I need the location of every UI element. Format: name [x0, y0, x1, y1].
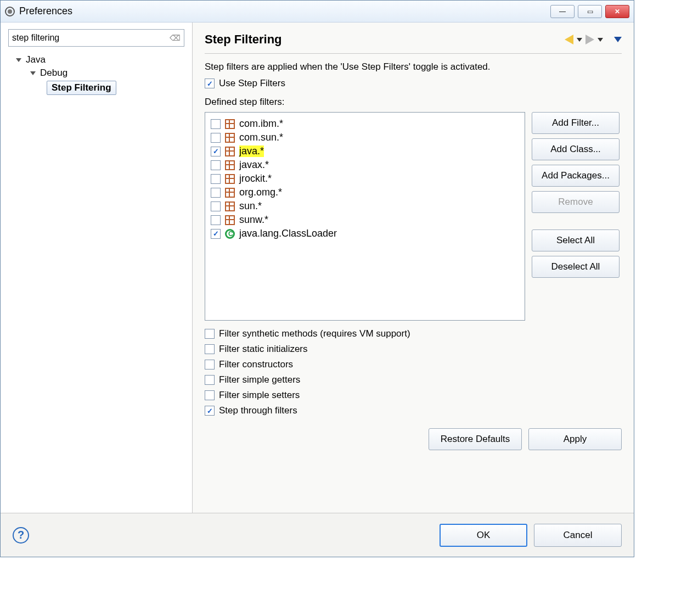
back-button[interactable] — [565, 35, 582, 44]
package-icon — [225, 160, 235, 170]
options-group: Filter synthetic methods (requires VM su… — [205, 328, 622, 416]
chevron-down-icon — [30, 71, 36, 75]
package-icon — [225, 174, 235, 184]
use-step-filters-row[interactable]: Use Step Filters — [205, 78, 622, 89]
arrow-left-icon — [565, 35, 573, 44]
option-row[interactable]: Filter simple setters — [205, 390, 622, 401]
sidebar: ⌫ Java Debug Step Filtering — [1, 23, 193, 513]
filter-label: java.* — [239, 145, 264, 157]
tree-node-debug[interactable]: Debug — [8, 66, 184, 80]
main-header: Step Filtering — [205, 32, 622, 54]
filter-checkbox[interactable] — [211, 229, 221, 239]
filter-label: org.omg.* — [239, 187, 282, 198]
option-checkbox[interactable] — [205, 406, 215, 416]
spacer — [532, 217, 620, 225]
search-box[interactable]: ⌫ — [8, 29, 184, 47]
filter-checkbox[interactable] — [211, 188, 221, 198]
filter-label: java.lang.ClassLoader — [239, 228, 337, 239]
main-panel: Step Filtering Step filters are applied … — [193, 23, 634, 513]
filter-row[interactable]: com.ibm.* — [209, 117, 521, 131]
package-icon — [225, 201, 235, 211]
filter-checkbox[interactable] — [211, 119, 221, 129]
filter-row[interactable]: java.* — [209, 144, 521, 158]
filter-checkbox[interactable] — [211, 147, 221, 156]
minimize-button[interactable]: — — [550, 5, 575, 18]
package-icon — [225, 133, 235, 143]
filter-buttons: Add Filter... Add Class... Add Packages.… — [532, 112, 620, 321]
option-row[interactable]: Filter synthetic methods (requires VM su… — [205, 328, 622, 339]
option-checkbox[interactable] — [205, 375, 215, 385]
tree-label: Debug — [40, 68, 67, 79]
filter-checkbox[interactable] — [211, 201, 221, 211]
filter-checkbox[interactable] — [211, 133, 221, 143]
package-icon — [225, 188, 235, 198]
package-icon — [225, 119, 235, 129]
dropdown-icon — [598, 38, 603, 42]
select-all-button[interactable]: Select All — [532, 229, 620, 251]
option-row[interactable]: Filter simple getters — [205, 374, 622, 385]
app-icon — [5, 7, 15, 16]
minimize-icon: — — [559, 8, 566, 15]
add-class-button[interactable]: Add Class... — [532, 138, 620, 160]
filter-row[interactable]: jrockit.* — [209, 172, 521, 186]
filter-row[interactable]: java.lang.ClassLoader — [209, 227, 521, 240]
option-checkbox[interactable] — [205, 390, 215, 400]
filter-label: jrockit.* — [239, 173, 272, 184]
maximize-icon: ▭ — [587, 8, 593, 15]
filter-label: com.sun.* — [239, 132, 283, 143]
use-step-filters-label: Use Step Filters — [219, 78, 285, 89]
option-row[interactable]: Step through filters — [205, 405, 622, 416]
option-checkbox[interactable] — [205, 344, 215, 354]
option-row[interactable]: Filter constructors — [205, 359, 622, 370]
option-checkbox[interactable] — [205, 360, 215, 369]
apply-button[interactable]: Apply — [528, 428, 622, 450]
filter-checkbox[interactable] — [211, 215, 221, 225]
option-row[interactable]: Filter static initializers — [205, 344, 622, 355]
filter-label: sun.* — [239, 200, 262, 212]
filter-area: com.ibm.*com.sun.*java.*javax.*jrockit.*… — [205, 112, 622, 321]
close-icon: ✕ — [615, 8, 620, 15]
option-checkbox[interactable] — [205, 329, 215, 339]
option-label: Filter simple setters — [219, 390, 300, 401]
filter-row[interactable]: javax.* — [209, 158, 521, 172]
filter-label: javax.* — [239, 159, 269, 171]
use-step-filters-checkbox[interactable] — [205, 79, 215, 88]
search-input[interactable] — [12, 33, 170, 43]
titlebar: Preferences — ▭ ✕ — [1, 1, 634, 23]
tree-node-step-filtering[interactable]: Step Filtering — [8, 80, 184, 96]
bottom-actions: Restore Defaults Apply — [205, 428, 622, 450]
tree-node-java[interactable]: Java — [8, 53, 184, 66]
close-button[interactable]: ✕ — [605, 5, 629, 18]
forward-button[interactable] — [585, 35, 603, 44]
option-label: Filter constructors — [219, 359, 293, 370]
remove-button[interactable]: Remove — [532, 191, 620, 213]
restore-defaults-button[interactable]: Restore Defaults — [429, 428, 522, 450]
filter-row[interactable]: com.sun.* — [209, 131, 521, 144]
clear-search-icon[interactable]: ⌫ — [170, 33, 181, 42]
defined-filters-label: Defined step filters: — [205, 97, 622, 108]
page-title: Step Filtering — [205, 32, 565, 47]
add-packages-button[interactable]: Add Packages... — [532, 165, 620, 187]
preferences-window: Preferences — ▭ ✕ ⌫ Java Debug — [0, 0, 634, 557]
filter-checkbox[interactable] — [211, 174, 221, 184]
view-menu-icon[interactable] — [614, 37, 622, 42]
page-description: Step filters are applied when the 'Use S… — [205, 61, 622, 72]
preference-tree: Java Debug Step Filtering — [8, 53, 184, 96]
ok-button[interactable]: OK — [440, 524, 527, 547]
filter-checkbox[interactable] — [211, 160, 221, 170]
dropdown-icon — [577, 38, 582, 42]
nav-arrows — [565, 35, 622, 44]
filter-label: com.ibm.* — [239, 118, 283, 130]
filter-list[interactable]: com.ibm.*com.sun.*java.*javax.*jrockit.*… — [205, 112, 525, 321]
maximize-button[interactable]: ▭ — [578, 5, 602, 18]
filter-row[interactable]: sunw.* — [209, 213, 521, 227]
add-filter-button[interactable]: Add Filter... — [532, 112, 620, 134]
help-icon[interactable]: ? — [13, 527, 29, 544]
filter-row[interactable]: org.omg.* — [209, 186, 521, 199]
deselect-all-button[interactable]: Deselect All — [532, 256, 620, 278]
option-label: Filter simple getters — [219, 374, 300, 385]
package-icon — [225, 215, 235, 225]
filter-row[interactable]: sun.* — [209, 199, 521, 213]
cancel-button[interactable]: Cancel — [534, 524, 622, 547]
package-icon — [225, 147, 235, 156]
